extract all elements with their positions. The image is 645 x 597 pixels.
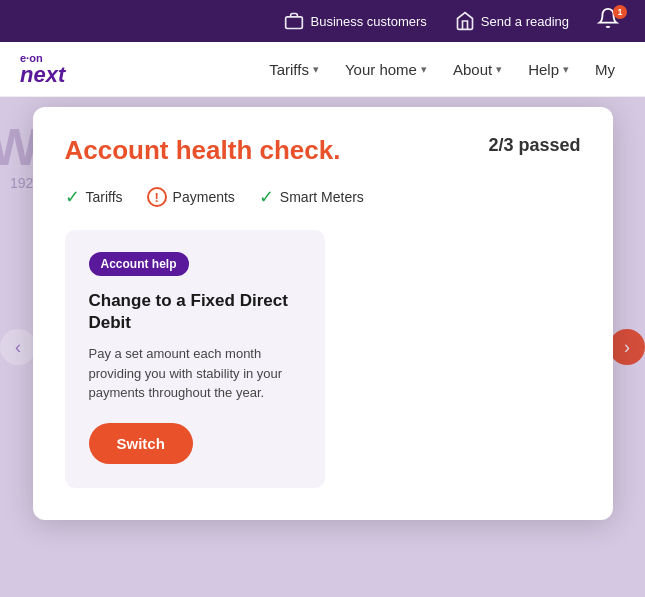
check-warning-icon: ! — [147, 187, 167, 207]
check-pass-icon: ✓ — [65, 186, 80, 208]
business-customers-label: Business customers — [310, 14, 426, 29]
modal-checks: ✓ Tariffs ! Payments ✓ Smart Meters — [65, 186, 581, 208]
check-payments: ! Payments — [147, 187, 235, 207]
business-customers-link[interactable]: Business customers — [284, 11, 426, 31]
logo-next: next — [20, 64, 65, 86]
check-tariffs: ✓ Tariffs — [65, 186, 123, 208]
check-payments-label: Payments — [173, 189, 235, 205]
chevron-down-icon: ▾ — [313, 63, 319, 76]
check-smart-meters-label: Smart Meters — [280, 189, 364, 205]
top-bar: Business customers Send a reading 1 — [0, 0, 645, 42]
send-reading-link[interactable]: Send a reading — [455, 11, 569, 31]
check-smart-meters: ✓ Smart Meters — [259, 186, 364, 208]
nav-my-account[interactable]: My — [585, 55, 625, 84]
chevron-down-icon: ▾ — [496, 63, 502, 76]
chevron-down-icon: ▾ — [563, 63, 569, 76]
chevron-down-icon: ▾ — [421, 63, 427, 76]
card-title: Change to a Fixed Direct Debit — [89, 290, 301, 334]
main-nav: e·on next Tariffs ▾ Your home ▾ About ▾ … — [0, 42, 645, 97]
nav-your-home[interactable]: Your home ▾ — [335, 55, 437, 84]
briefcase-icon — [284, 11, 304, 31]
card-tag: Account help — [89, 252, 189, 276]
modal-score: 2/3 passed — [488, 135, 580, 156]
check-tariffs-label: Tariffs — [86, 189, 123, 205]
page-background: We 192 G... t paym payme ment is s after… — [0, 97, 645, 597]
modal-overlay: Account health check. 2/3 passed ✓ Tarif… — [0, 97, 645, 597]
notification-bell[interactable]: 1 — [597, 7, 625, 35]
nav-about[interactable]: About ▾ — [443, 55, 512, 84]
check-pass-icon-2: ✓ — [259, 186, 274, 208]
send-reading-label: Send a reading — [481, 14, 569, 29]
meter-icon — [455, 11, 475, 31]
account-help-card: Account help Change to a Fixed Direct De… — [65, 230, 325, 488]
nav-tariffs[interactable]: Tariffs ▾ — [259, 55, 329, 84]
account-health-modal: Account health check. 2/3 passed ✓ Tarif… — [33, 107, 613, 520]
modal-header: Account health check. 2/3 passed — [65, 135, 581, 166]
modal-title: Account health check. — [65, 135, 341, 166]
nav-help[interactable]: Help ▾ — [518, 55, 579, 84]
svg-rect-0 — [286, 17, 303, 29]
switch-button[interactable]: Switch — [89, 423, 193, 464]
logo[interactable]: e·on next — [20, 53, 65, 86]
notification-count: 1 — [613, 5, 627, 19]
nav-items: Tariffs ▾ Your home ▾ About ▾ Help ▾ My — [259, 55, 625, 84]
card-description: Pay a set amount each month providing yo… — [89, 344, 301, 403]
